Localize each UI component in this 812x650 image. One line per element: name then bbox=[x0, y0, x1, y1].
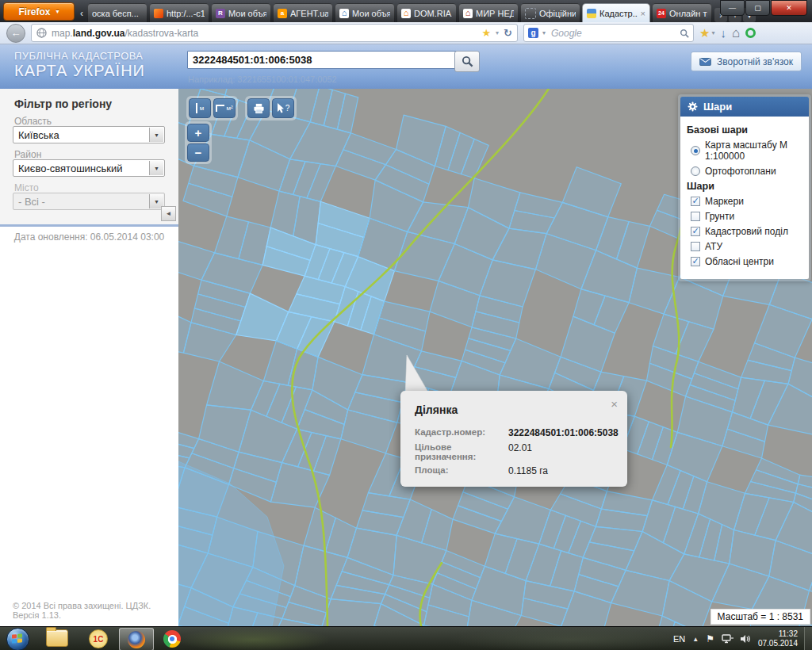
web-search-box[interactable]: g ▾ bbox=[523, 24, 694, 42]
base-layer-option-ortho[interactable]: Ортофотоплани bbox=[691, 166, 802, 177]
tab-http[interactable]: http:/...-c1-t5 bbox=[149, 3, 209, 22]
tab-kadastr-active[interactable]: Кадастр... × bbox=[582, 3, 650, 22]
layers-panel-body: Базові шари Карта масштабу М 1:100000 Ор… bbox=[680, 117, 809, 279]
tab-label: Мои объяв... bbox=[228, 9, 266, 18]
tab-close-icon[interactable]: × bbox=[641, 9, 645, 18]
globe-icon bbox=[36, 28, 47, 38]
zoom-out-button[interactable]: − bbox=[187, 143, 209, 162]
minimize-button[interactable]: — bbox=[720, 0, 745, 16]
1c-taskbar-icon[interactable]: 1С bbox=[89, 629, 108, 648]
oblast-select[interactable]: Київська ▼ bbox=[13, 126, 165, 143]
bookmark-star-icon[interactable]: ★ bbox=[481, 27, 491, 39]
back-button[interactable]: ← bbox=[6, 24, 25, 43]
chevron-down-icon[interactable]: ▼ bbox=[149, 161, 163, 175]
tab-ofitsiyniy[interactable]: Офіційний ... bbox=[520, 3, 580, 22]
layer-option-soils[interactable]: ✓ Грунти bbox=[691, 211, 802, 222]
layer-option-cadastral[interactable]: ✓ Кадастровий поділ bbox=[691, 226, 802, 237]
layer-option-oblast-centers[interactable]: ✓ Обласні центри bbox=[691, 256, 802, 267]
identify-button[interactable]: ? bbox=[272, 98, 294, 118]
network-icon[interactable] bbox=[722, 634, 733, 644]
feedback-button[interactable]: Зворотній зв'язок bbox=[691, 52, 802, 71]
zoom-in-button[interactable]: + bbox=[187, 124, 209, 142]
tab-strip: ‹ оска бесп... http:/...-c1-t5 R Мои объ… bbox=[76, 3, 756, 22]
clock[interactable]: 11:32 07.05.2014 bbox=[758, 629, 798, 649]
windows-logo-icon bbox=[12, 633, 22, 643]
action-center-flag-icon[interactable]: ⚑ bbox=[706, 633, 714, 644]
option-label: Грунти bbox=[705, 211, 734, 222]
tab-online-tra[interactable]: 24 Онлайн тра... bbox=[652, 3, 712, 22]
checkbox[interactable]: ✓ bbox=[691, 197, 700, 206]
site-badge-icon: R bbox=[216, 9, 225, 18]
bookmarks-panel-button[interactable]: ★ ▾ bbox=[699, 26, 714, 40]
search-icon[interactable] bbox=[680, 29, 689, 38]
checkbox[interactable]: ✓ bbox=[691, 212, 700, 221]
google-icon[interactable]: g bbox=[528, 28, 538, 38]
option-label: Ортофотоплани bbox=[705, 166, 776, 177]
tab-scroll-left-icon[interactable]: ‹ bbox=[76, 5, 87, 22]
tab-mir-nedv[interactable]: ⌂ МИР НЕДВ... bbox=[458, 3, 519, 22]
map-container: м м² ? bbox=[178, 89, 812, 626]
chevron-down-icon[interactable]: ▾ bbox=[542, 29, 546, 36]
chrome-taskbar-icon[interactable] bbox=[163, 630, 181, 648]
layers-panel: Шари Базові шари Карта масштабу М 1:1000… bbox=[678, 94, 811, 281]
checkbox[interactable]: ✓ bbox=[691, 257, 700, 266]
start-button[interactable] bbox=[6, 628, 29, 650]
tab-label: АГЕНТ.ua - ... bbox=[290, 9, 328, 18]
downloads-button[interactable]: ↓ bbox=[720, 26, 726, 40]
maximize-button[interactable]: ▢ bbox=[745, 0, 770, 16]
chevron-down-icon[interactable]: ▾ bbox=[496, 29, 499, 36]
misto-select[interactable]: - Всі - ▼ bbox=[13, 193, 165, 210]
base-layer-option-map[interactable]: Карта масштабу М 1:100000 bbox=[691, 140, 802, 162]
window-controls: — ▢ ✕ bbox=[719, 0, 807, 16]
filter-title: Фільтр по регіону bbox=[14, 98, 112, 110]
firefox-menu-button[interactable]: Firefox ▾ bbox=[3, 2, 75, 21]
chevron-down-icon[interactable]: ▼ bbox=[149, 128, 163, 142]
gear-icon bbox=[688, 101, 698, 112]
row-value: 02.01 bbox=[508, 442, 532, 461]
layer-option-atu[interactable]: ✓ АТУ bbox=[691, 241, 802, 252]
volume-icon[interactable] bbox=[741, 634, 751, 644]
house-icon: ⌂ bbox=[339, 9, 349, 18]
star-icon: ★ bbox=[699, 26, 710, 40]
print-button[interactable] bbox=[247, 98, 270, 118]
show-desktop-button[interactable] bbox=[804, 627, 812, 650]
option-label: АТУ bbox=[705, 241, 722, 252]
url-text: map.land.gov.ua/kadastrova-karta bbox=[52, 28, 198, 39]
option-label: Карта масштабу М 1:100000 bbox=[705, 140, 802, 162]
extension-icon[interactable] bbox=[745, 28, 756, 38]
sidebar-collapse-button[interactable]: ◄ bbox=[161, 206, 176, 221]
web-search-input[interactable] bbox=[550, 27, 676, 40]
site-badge-icon: a bbox=[278, 9, 287, 18]
radio-button[interactable] bbox=[691, 166, 700, 176]
explorer-taskbar-icon[interactable] bbox=[46, 629, 68, 647]
measure-area-button[interactable]: м² bbox=[213, 98, 236, 118]
field-label-misto: Місто bbox=[14, 182, 39, 193]
layers-panel-header[interactable]: Шари bbox=[680, 97, 809, 117]
tab-doska[interactable]: оска бесп... bbox=[87, 3, 147, 22]
hidden-icons-arrow[interactable]: ▲ bbox=[692, 636, 699, 643]
flame-icon bbox=[154, 9, 163, 18]
layer-option-markers[interactable]: ✓ Маркери bbox=[691, 196, 802, 207]
rayon-select[interactable]: Києво-святошинський ▼ bbox=[13, 159, 165, 177]
cadastral-search-input[interactable] bbox=[187, 51, 457, 69]
tab-moi-obyav-2[interactable]: ⌂ Мои объяв... bbox=[335, 3, 395, 22]
site-badge-icon: 24 bbox=[657, 9, 666, 18]
feedback-label: Зворотній зв'язок bbox=[717, 56, 793, 67]
checkbox[interactable]: ✓ bbox=[691, 227, 700, 236]
tab-moi-obyav-1[interactable]: R Мои объяв... bbox=[211, 3, 271, 22]
tab-dom-ria[interactable]: ⌂ DOM.RIA.c... bbox=[396, 3, 457, 22]
close-button[interactable]: ✕ bbox=[771, 0, 807, 16]
checkbox[interactable]: ✓ bbox=[691, 242, 700, 251]
language-indicator[interactable]: EN bbox=[673, 634, 685, 644]
home-button[interactable]: ⌂ bbox=[732, 25, 740, 41]
firefox-taskbar-icon-active[interactable] bbox=[119, 628, 154, 650]
radio-button[interactable] bbox=[691, 146, 700, 155]
measure-length-button[interactable]: м bbox=[189, 98, 211, 118]
tab-agent-ua[interactable]: a АГЕНТ.ua - ... bbox=[273, 3, 333, 22]
logo-line-2: КАРТА УКРАЇНИ bbox=[14, 62, 145, 80]
close-icon[interactable]: × bbox=[611, 397, 618, 411]
url-bar[interactable]: map.land.gov.ua/kadastrova-karta ★ ▾ ↻ bbox=[31, 24, 518, 42]
cadastral-search-button[interactable] bbox=[454, 51, 480, 72]
app-header: ПУБЛІЧНА КАДАСТРОВА КАРТА УКРАЇНИ Наприк… bbox=[0, 44, 812, 89]
reload-icon[interactable]: ↻ bbox=[504, 27, 512, 39]
